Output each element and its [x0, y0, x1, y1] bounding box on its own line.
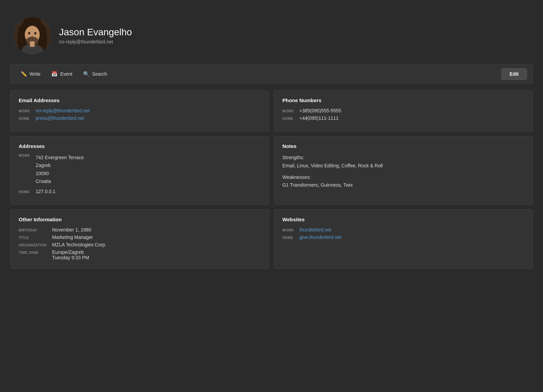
- profile-email: no-reply@thunderbird.net: [59, 39, 132, 44]
- svg-point-8: [31, 35, 33, 37]
- svg-point-7: [34, 32, 36, 35]
- calendar-icon: 📅: [51, 71, 58, 77]
- phone-numbers-title: Phone Numbers: [282, 97, 524, 103]
- work-address-country: Croatia: [36, 178, 84, 185]
- profile-header: Jason Evangelho no-reply@thunderbird.net: [10, 10, 533, 64]
- addresses-title: Addresses: [19, 143, 261, 149]
- notes-strengths: Strengths: Email, Linux, Video Editing, …: [282, 154, 524, 170]
- search-icon: 🔍: [83, 71, 90, 77]
- profile-info: Jason Evangelho no-reply@thunderbird.net: [59, 27, 132, 44]
- toolbar: ✏️ Write 📅 Event 🔍 Search Edit: [10, 64, 533, 83]
- email-addresses-card: Email Addresses WORK no-reply@thunderbir…: [10, 90, 269, 131]
- work-address-city: Zagreb: [36, 162, 84, 169]
- title-value: Marketing Manager: [52, 235, 261, 240]
- websites-title: Websites: [282, 217, 524, 222]
- work-website-value[interactable]: thunderbird.net: [299, 227, 331, 232]
- birthday-label: BIRTHDAY: [19, 228, 46, 232]
- home-website-label: HOME: [282, 236, 296, 240]
- websites-card: Websites WORK thunderbird.net HOME give.…: [274, 209, 533, 269]
- tz-value: Europe/Zagreb Tuesday 9:33 PM: [52, 249, 261, 260]
- addresses-card: Addresses WORK 742 Evergreen Terrace Zag…: [10, 136, 269, 205]
- phone-numbers-card: Phone Numbers WORK +385(095)555-5555 HOM…: [274, 90, 533, 131]
- title-label: TITLE: [19, 236, 46, 240]
- work-address-lines: 742 Evergreen Terrace Zagreb 10090 Croat…: [36, 154, 84, 185]
- cards-grid: Email Addresses WORK no-reply@thunderbir…: [10, 90, 533, 269]
- work-phone-row: WORK +385(095)555-5555: [282, 108, 524, 113]
- work-address-label: WORK: [19, 154, 32, 185]
- write-label: Write: [30, 71, 40, 77]
- work-address-street: 742 Evergreen Terrace: [36, 154, 84, 161]
- write-button[interactable]: ✏️ Write: [16, 68, 45, 80]
- avatar-image: [14, 17, 51, 54]
- notes-weaknesses: Weaknesses: G1 Transformers, Guinness, T…: [282, 173, 524, 190]
- home-website-value[interactable]: give.thunderbird.net: [299, 235, 341, 240]
- org-label: ORGANIZATION: [19, 243, 46, 247]
- svg-rect-11: [30, 41, 35, 47]
- home-address-label: HOME: [19, 190, 32, 194]
- tz-label: TIME ZONE: [19, 251, 46, 255]
- work-website-row: WORK thunderbird.net: [282, 227, 524, 232]
- event-label: Event: [60, 71, 72, 77]
- notes-title: Notes: [282, 143, 524, 149]
- home-phone-value: +44(095)111-1111: [299, 115, 339, 121]
- work-phone-label: WORK: [282, 109, 296, 113]
- email-addresses-title: Email Addresses: [19, 97, 261, 103]
- home-email-value[interactable]: press@thunderbird.net: [36, 115, 84, 121]
- strengths-label: Strengths:: [282, 155, 304, 160]
- birthday-value: November 1, 1980: [52, 227, 261, 232]
- other-info-title: Other Information: [19, 217, 261, 222]
- work-address-zip: 10090: [36, 170, 84, 177]
- edit-button[interactable]: Edit: [501, 68, 527, 80]
- avatar: [14, 17, 51, 54]
- weaknesses-label: Weaknesses:: [282, 174, 311, 180]
- home-phone-label: HOME: [282, 117, 296, 120]
- other-info-table: BIRTHDAY November 1, 1980 TITLE Marketin…: [19, 227, 261, 260]
- work-website-label: WORK: [282, 228, 296, 232]
- work-email-value[interactable]: no-reply@thunderbird.net: [36, 108, 90, 113]
- home-email-label: HOME: [19, 117, 32, 120]
- home-email-row: HOME press@thunderbird.net: [19, 115, 261, 121]
- home-address-value: 127.0.0.1: [36, 189, 55, 194]
- work-email-row: WORK no-reply@thunderbird.net: [19, 108, 261, 113]
- other-info-card: Other Information BIRTHDAY November 1, 1…: [10, 209, 269, 269]
- org-value: MZLA Technologies Corp.: [52, 242, 261, 247]
- svg-point-6: [28, 32, 30, 35]
- work-address-block: WORK 742 Evergreen Terrace Zagreb 10090 …: [19, 154, 261, 185]
- event-button[interactable]: 📅 Event: [46, 68, 77, 80]
- search-label: Search: [92, 71, 107, 77]
- profile-name: Jason Evangelho: [59, 27, 132, 38]
- toolbar-actions: ✏️ Write 📅 Event 🔍 Search: [16, 68, 259, 80]
- strengths-value: Email, Linux, Video Editing, Coffee, Roc…: [282, 163, 383, 168]
- work-email-label: WORK: [19, 109, 32, 113]
- pencil-icon: ✏️: [21, 71, 27, 77]
- home-address-row: HOME 127.0.0.1: [19, 189, 261, 194]
- search-button[interactable]: 🔍 Search: [78, 68, 112, 80]
- work-phone-value: +385(095)555-5555: [299, 108, 341, 113]
- notes-card: Notes Strengths: Email, Linux, Video Edi…: [274, 136, 533, 205]
- home-website-row: HOME give.thunderbird.net: [282, 235, 524, 240]
- home-phone-row: HOME +44(095)111-1111: [282, 115, 524, 121]
- notes-content: Strengths: Email, Linux, Video Editing, …: [282, 154, 524, 189]
- weaknesses-value: G1 Transformers, Guinness, Twix: [282, 182, 353, 188]
